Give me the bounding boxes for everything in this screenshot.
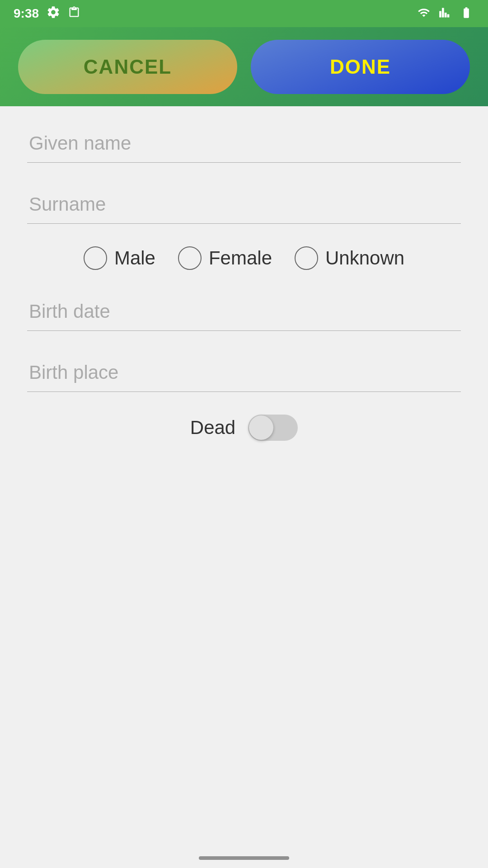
signal-icon bbox=[438, 6, 452, 21]
dead-label: Dead bbox=[190, 417, 235, 439]
given-name-group bbox=[27, 124, 461, 163]
dead-toggle-group: Dead bbox=[27, 415, 461, 441]
gender-unknown-option[interactable]: Unknown bbox=[295, 246, 404, 270]
dead-toggle[interactable] bbox=[248, 415, 298, 441]
gender-group: Male Female Unknown bbox=[27, 246, 461, 270]
done-button[interactable]: DONE bbox=[251, 40, 470, 94]
status-right bbox=[416, 6, 474, 21]
given-name-input[interactable] bbox=[27, 124, 461, 163]
status-left: 9:38 bbox=[14, 5, 80, 23]
header-bar: CANCEL DONE bbox=[0, 27, 488, 106]
form-area: Male Female Unknown Dead bbox=[0, 106, 488, 459]
birth-place-group bbox=[27, 354, 461, 392]
birth-place-input[interactable] bbox=[27, 354, 461, 392]
cancel-button[interactable]: CANCEL bbox=[18, 40, 237, 94]
gender-female-label: Female bbox=[209, 247, 272, 269]
gender-unknown-radio[interactable] bbox=[295, 246, 318, 270]
toggle-knob bbox=[249, 415, 273, 440]
status-bar: 9:38 bbox=[0, 0, 488, 27]
battery-icon bbox=[458, 6, 474, 21]
gear-icon bbox=[46, 5, 61, 23]
gender-male-option[interactable]: Male bbox=[84, 246, 155, 270]
time-display: 9:38 bbox=[14, 6, 39, 21]
surname-group bbox=[27, 185, 461, 224]
clipboard-icon bbox=[68, 5, 80, 23]
home-indicator bbox=[199, 856, 289, 860]
birth-date-input[interactable] bbox=[27, 292, 461, 331]
birth-date-group bbox=[27, 292, 461, 331]
gender-male-label: Male bbox=[114, 247, 155, 269]
gender-unknown-label: Unknown bbox=[325, 247, 404, 269]
wifi-icon bbox=[416, 6, 432, 21]
surname-input[interactable] bbox=[27, 185, 461, 224]
gender-male-radio[interactable] bbox=[84, 246, 107, 270]
gender-female-radio[interactable] bbox=[178, 246, 202, 270]
gender-female-option[interactable]: Female bbox=[178, 246, 272, 270]
